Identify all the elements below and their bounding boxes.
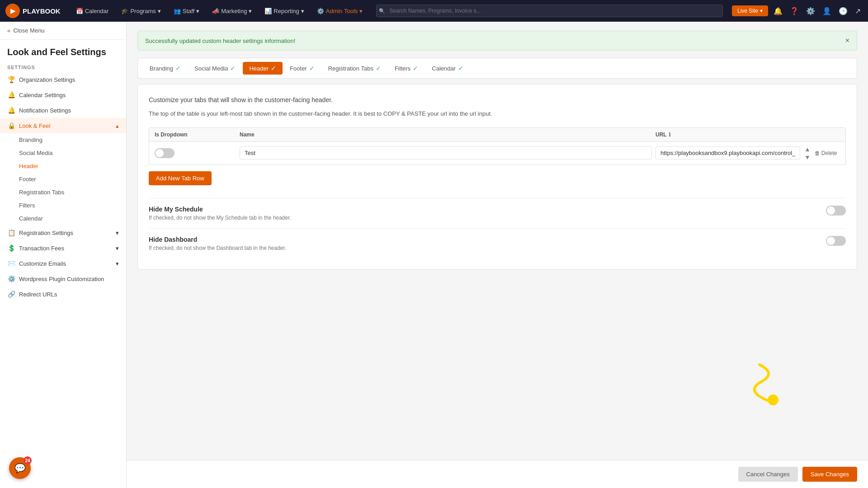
- delete-button[interactable]: 🗑 Delete: [815, 150, 837, 156]
- sidebar-sub-item-calendar[interactable]: Calendar: [19, 212, 126, 225]
- table-row: ▲ ▼ 🗑 Delete: [149, 142, 846, 165]
- chevron-down-icon: ▾: [196, 8, 199, 14]
- sidebar-item-redirect-urls[interactable]: 🔗 Redirect URLs: [0, 286, 126, 302]
- search-input[interactable]: [376, 5, 723, 17]
- sidebar-item-organization-settings[interactable]: 🏆 Organization Settings: [0, 72, 126, 87]
- email-icon: ✉️: [7, 260, 15, 267]
- chat-icon: 💬: [14, 463, 26, 474]
- nav-reporting[interactable]: 📊 Reporting ▾: [260, 5, 308, 17]
- programs-icon: 🎓: [121, 8, 128, 14]
- tab-header[interactable]: Header ✓: [243, 62, 283, 75]
- tab-social-media[interactable]: Social Media ✓: [188, 62, 242, 75]
- tab-registration-tabs[interactable]: Registration Tabs ✓: [322, 62, 387, 75]
- check-icon: ✓: [376, 65, 381, 72]
- chat-badge: 24: [24, 456, 32, 465]
- tab-name-input[interactable]: [240, 146, 652, 160]
- top-navigation: ▶ PLAYBOOK 📅 Calendar 🎓 Programs ▾ 👥 Sta…: [0, 0, 868, 22]
- sidebar-item-transaction-fees[interactable]: 💲 Transaction Fees ▾: [0, 240, 126, 256]
- success-message: Successfully updated custom header setti…: [145, 38, 295, 44]
- marketing-icon: 📣: [212, 8, 219, 14]
- url-cell[interactable]: [656, 146, 800, 160]
- chevron-down-icon: ▾: [116, 230, 119, 236]
- sidebar-sub-item-registration-tabs[interactable]: Registration Tabs: [19, 186, 126, 199]
- sidebar-item-calendar-settings[interactable]: 🔔 Calendar Settings: [0, 87, 126, 103]
- chevron-down-icon: ▾: [760, 8, 763, 14]
- hide-my-schedule-title: Hide My Schedule: [149, 206, 817, 213]
- content-description: Customize your tabs that will show in th…: [149, 95, 846, 105]
- hide-dashboard-desc: If checked, do not show the Dashboard ta…: [149, 245, 817, 251]
- sidebar-sub-item-social-media[interactable]: Social Media: [19, 146, 126, 160]
- external-link-icon[interactable]: ↗: [853, 5, 863, 17]
- bell-icon: 🔔: [7, 107, 15, 114]
- col-is-dropdown: Is Dropdown: [155, 131, 236, 138]
- close-menu-button[interactable]: « Close Menu: [0, 22, 126, 40]
- nav-admin-tools[interactable]: ⚙️ Admin Tools ▾: [312, 5, 368, 17]
- info-icon[interactable]: ℹ: [669, 131, 671, 138]
- chat-widget-button[interactable]: 💬 24: [9, 457, 31, 479]
- sidebar-sub-item-header[interactable]: Header: [19, 160, 126, 173]
- main-content: Successfully updated custom header setti…: [127, 22, 868, 488]
- nav-calendar[interactable]: 📅 Calendar: [71, 5, 113, 17]
- chevron-down-icon: ▾: [116, 245, 119, 252]
- topnav-actions: Live Site ▾ 🔔 ❓ ⚙️ 👤 🕒 ↗: [732, 5, 863, 17]
- sidebar-sub-item-branding[interactable]: Branding: [19, 133, 126, 146]
- hide-dashboard-row: Hide Dashboard If checked, do not show t…: [149, 228, 846, 258]
- hide-my-schedule-toggle[interactable]: [826, 206, 846, 216]
- table-header: Is Dropdown Name URL ℹ: [149, 127, 846, 142]
- save-changes-button[interactable]: Save Changes: [802, 467, 857, 482]
- dropdown-toggle[interactable]: [155, 148, 175, 158]
- chevron-down-icon: ▾: [359, 8, 363, 14]
- cancel-changes-button[interactable]: Cancel Changes: [738, 467, 798, 482]
- banner-close-button[interactable]: ×: [845, 37, 849, 45]
- chevron-down-icon: ▾: [158, 8, 161, 14]
- hide-settings-section: Hide My Schedule If checked, do not show…: [149, 198, 846, 258]
- name-cell[interactable]: [240, 146, 652, 160]
- tab-url-input[interactable]: [656, 146, 800, 160]
- live-site-button[interactable]: Live Site ▾: [732, 5, 768, 16]
- col-url: URL ℹ: [656, 131, 800, 138]
- hide-dashboard-info: Hide Dashboard If checked, do not show t…: [149, 236, 817, 251]
- settings-icon[interactable]: ⚙️: [804, 5, 817, 17]
- sidebar-item-customize-emails[interactable]: ✉️ Customize Emails ▾: [0, 256, 126, 271]
- sidebar-submenu-look-and-feel: Branding Social Media Header Footer Regi…: [0, 133, 126, 225]
- help-icon[interactable]: ❓: [788, 5, 801, 17]
- sidebar-item-wordpress-plugin[interactable]: ⚙️ Wordpress Plugin Customization: [0, 271, 126, 286]
- clipboard-icon: 📋: [7, 229, 15, 236]
- check-icon: ✓: [271, 65, 276, 72]
- lock-icon: 🔒: [7, 122, 15, 129]
- hide-dashboard-toggle[interactable]: [826, 236, 846, 246]
- sidebar-sub-item-filters[interactable]: Filters: [19, 199, 126, 212]
- user-icon[interactable]: 👤: [821, 5, 833, 17]
- sidebar-item-notification-settings[interactable]: 🔔 Notification Settings: [0, 103, 126, 118]
- tab-calendar[interactable]: Calendar ✓: [425, 62, 470, 75]
- nav-staff[interactable]: 👥 Staff ▾: [169, 5, 204, 17]
- tab-branding[interactable]: Branding ✓: [143, 62, 187, 75]
- trash-icon: 🗑: [815, 150, 820, 156]
- reporting-icon: 📊: [264, 8, 272, 14]
- chevron-down-icon: ▾: [116, 260, 119, 267]
- logo[interactable]: ▶ PLAYBOOK: [5, 4, 61, 18]
- move-down-button[interactable]: ▼: [804, 154, 811, 161]
- hide-dashboard-title: Hide Dashboard: [149, 236, 817, 243]
- search-bar[interactable]: [376, 5, 723, 17]
- tab-footer[interactable]: Footer ✓: [283, 62, 321, 75]
- history-icon[interactable]: 🕒: [837, 5, 849, 17]
- sidebar-item-registration-settings[interactable]: 📋 Registration Settings ▾: [0, 225, 126, 240]
- calendar-icon: 📅: [76, 8, 83, 14]
- notifications-icon[interactable]: 🔔: [772, 5, 784, 17]
- settings-section-label: SETTINGS: [0, 61, 126, 72]
- sidebar-sub-item-footer[interactable]: Footer: [19, 173, 126, 186]
- col-name: Name: [240, 131, 652, 138]
- add-new-tab-row-button[interactable]: Add New Tab Row: [149, 171, 212, 185]
- bell-icon: 🔔: [7, 91, 15, 99]
- nav-programs[interactable]: 🎓 Programs ▾: [117, 5, 165, 17]
- toggle-cell: [155, 148, 236, 158]
- move-up-button[interactable]: ▲: [804, 145, 811, 153]
- gear-icon: ⚙️: [7, 275, 15, 282]
- nav-marketing[interactable]: 📣 Marketing ▾: [208, 5, 256, 17]
- chevron-up-icon: ▴: [116, 122, 119, 129]
- tab-filters[interactable]: Filters ✓: [388, 62, 425, 75]
- hide-my-schedule-info: Hide My Schedule If checked, do not show…: [149, 206, 817, 221]
- sidebar-item-look-and-feel[interactable]: 🔒 Look & Feel ▴: [0, 118, 126, 133]
- hide-my-schedule-row: Hide My Schedule If checked, do not show…: [149, 198, 846, 228]
